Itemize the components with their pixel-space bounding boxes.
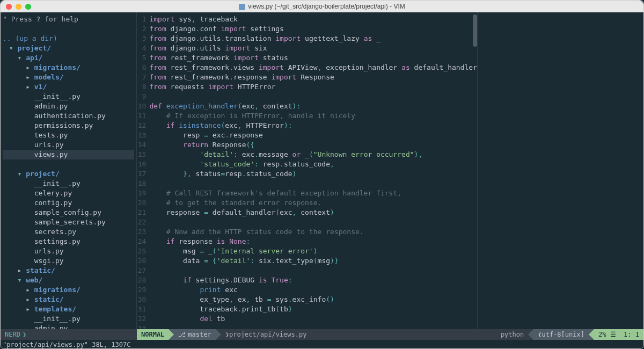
code-line[interactable]: # If exception is HTTPError, handle it n… — [149, 111, 477, 121]
code-line[interactable]: if isinstance(exc, HTTPError): — [149, 121, 477, 130]
code-pane[interactable]: 1234567891011121314151617181920212223242… — [137, 12, 477, 329]
file-tree[interactable]: " Press ? for help .. (up a dir) ▾ proje… — [1, 12, 137, 329]
mode-indicator: NORMAL — [137, 329, 169, 340]
code-line[interactable] — [149, 217, 477, 227]
code-line[interactable]: # to get the standard error response. — [149, 198, 477, 208]
code-line[interactable]: return Response({ — [149, 140, 477, 150]
status-line: NERD ❯ NORMAL master ❯ project/api/views… — [1, 329, 643, 340]
tree-item[interactable]: settings.py — [3, 237, 83, 245]
file-icon — [239, 4, 245, 10]
tree-item[interactable]: celery.py — [3, 189, 74, 197]
code-line[interactable]: 'detail': exc.message or _("Unknown erro… — [149, 150, 477, 159]
code-line[interactable]: from rest_framework.response import Resp… — [149, 72, 477, 82]
code-line[interactable]: def exception_handler(exc, context): — [149, 101, 477, 111]
code-line[interactable] — [149, 179, 477, 188]
code-line[interactable] — [149, 324, 477, 329]
scrollbar[interactable] — [473, 14, 477, 47]
code-line[interactable]: ex_type, ex, tb = sys.exc_info() — [149, 295, 477, 304]
code-line[interactable]: response = default_handler(exc, context) — [149, 208, 477, 217]
tree-item[interactable]: views.py — [3, 150, 134, 159]
tree-item[interactable]: authentication.py — [3, 112, 108, 120]
tree-item[interactable]: __init__.py — [3, 92, 83, 100]
tree-item[interactable]: urls.py — [3, 247, 66, 255]
tree-item[interactable]: secrets.py — [3, 228, 78, 236]
code-line[interactable]: from django.utils import six — [149, 43, 477, 53]
separator-icon — [528, 329, 533, 340]
tree-item[interactable]: ▸ migrations/ — [3, 63, 83, 71]
tree-item[interactable]: wsgi.py — [3, 257, 66, 265]
line-numbers: 1234567891011121314151617181920212223242… — [137, 12, 149, 329]
tree-item[interactable]: sample_config.py — [3, 208, 104, 216]
tree-item[interactable]: ▸ models/ — [3, 73, 66, 81]
tree-item[interactable]: ▾ project/ — [3, 170, 62, 178]
separator-icon — [169, 329, 174, 340]
window-titlebar: views.py (~/git_src/django-boilerplate/p… — [1, 1, 643, 12]
code-line[interactable]: # Now add the HTTP status code to the re… — [149, 227, 477, 237]
status-spacer — [36, 329, 137, 340]
right-panel — [477, 12, 643, 329]
git-branch: master — [174, 329, 215, 340]
separator-icon — [589, 329, 594, 340]
tree-item[interactable]: __init__.py — [3, 179, 83, 187]
code-line[interactable]: resp = exc.response — [149, 130, 477, 140]
code-line[interactable]: 'status_code': resp.status_code, — [149, 159, 477, 169]
tree-item[interactable]: sample_secrets.py — [3, 218, 108, 226]
tree-item[interactable]: ▸ v1/ — [3, 83, 49, 91]
code-line[interactable]: del tb — [149, 314, 477, 324]
position: 2% ☰ 1: 1 — [594, 329, 643, 340]
tree-item[interactable]: ▸ static/ — [3, 266, 57, 274]
code-line[interactable]: from django.utils.translation import uge… — [149, 34, 477, 43]
file-path: ❯ project/api/views.py — [221, 329, 496, 340]
code-line[interactable] — [149, 266, 477, 275]
separator-icon — [216, 329, 221, 340]
code-content[interactable]: import sys, tracebackfrom django.conf im… — [149, 12, 477, 329]
code-line[interactable]: }, status=resp.status_code) — [149, 169, 477, 179]
command-line[interactable]: "project/api/views.py" 38L, 1307C — [1, 340, 643, 349]
tree-item[interactable]: ▸ migrations/ — [3, 286, 83, 294]
code-line[interactable]: import sys, traceback — [149, 14, 477, 24]
tree-item[interactable]: config.py — [3, 199, 74, 207]
code-line[interactable]: print exc — [149, 285, 477, 295]
code-line[interactable]: traceback.print_tb(tb) — [149, 304, 477, 314]
tree-item[interactable]: admin.py — [3, 102, 70, 110]
code-line[interactable]: msg = _('Internal server error') — [149, 246, 477, 256]
nerd-label: NERD ❯ — [1, 329, 36, 340]
branch-icon — [178, 331, 188, 338]
code-line[interactable]: if response is None: — [149, 237, 477, 246]
tree-item[interactable]: tests.py — [3, 131, 70, 139]
tree-item[interactable]: urls.py — [3, 141, 66, 149]
code-line[interactable]: data = {'detail': six.text_type(msg)} — [149, 256, 477, 266]
code-line[interactable]: from rest_framework import status — [149, 53, 477, 63]
tree-item[interactable]: __init__.py — [3, 315, 83, 323]
code-line[interactable]: # Call REST framework's default exceptio… — [149, 188, 477, 198]
tree-item[interactable]: ▸ static/ — [3, 295, 66, 303]
editor-main: " Press ? for help .. (up a dir) ▾ proje… — [1, 12, 643, 329]
tree-item[interactable]: ▾ web/ — [3, 276, 45, 284]
tree-item[interactable]: ▾ api/ — [3, 54, 45, 62]
filetype: python — [496, 329, 528, 340]
tree-item[interactable]: permissions.py — [3, 121, 95, 129]
code-line[interactable]: from django.conf import settings — [149, 24, 477, 34]
code-line[interactable]: from rest_framework.views import APIView… — [149, 63, 477, 72]
code-line[interactable] — [149, 92, 477, 101]
tree-item[interactable]: ▾ project/ — [3, 44, 53, 52]
code-line[interactable]: from requests import HTTPError — [149, 82, 477, 92]
encoding: ❮ utf-8[unix] — [533, 329, 589, 340]
window-title: views.py (~/git_src/django-boilerplate/p… — [1, 3, 643, 10]
code-line[interactable]: if settings.DEBUG is True: — [149, 275, 477, 285]
tree-item[interactable]: ▸ templates/ — [3, 305, 78, 313]
